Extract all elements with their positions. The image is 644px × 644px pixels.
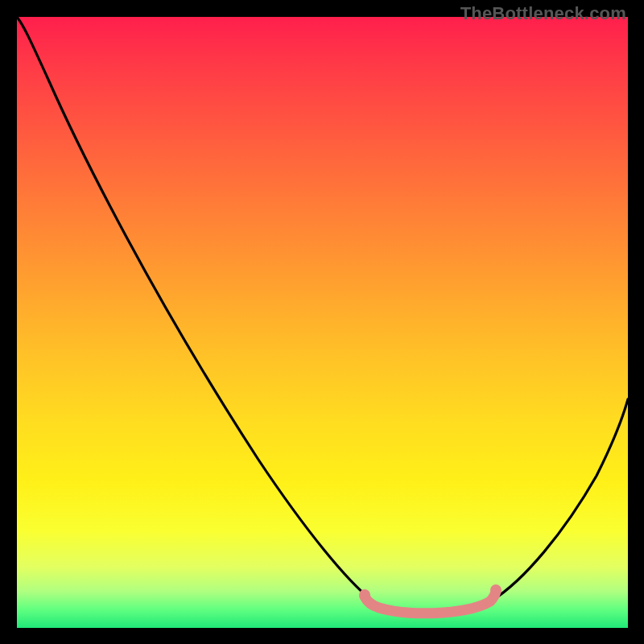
optimal-zone-end-right [490,584,502,596]
optimal-zone-end-left [359,589,370,601]
watermark-text: TheBottleneck.com [460,3,626,24]
chart-lines [17,17,628,628]
bottleneck-curve-line [17,17,628,613]
chart-frame: TheBottleneck.com [0,0,644,644]
optimal-zone-marker [365,592,496,613]
